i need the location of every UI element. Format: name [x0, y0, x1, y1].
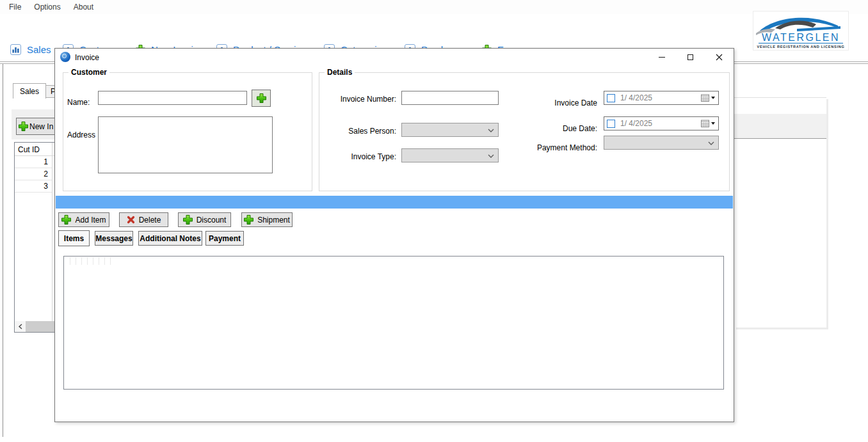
invoice-date-value: 1/ 4/2025 [620, 93, 652, 102]
scrollbar-thumb[interactable] [26, 321, 54, 332]
due-date-checkbox[interactable] [607, 120, 615, 128]
delete-button[interactable]: Delete [119, 212, 168, 227]
waterglen-logo: WATERGLEN VEHICLE REGISTRATION AND LICEN… [753, 11, 849, 51]
name-label: Name: [67, 98, 90, 107]
bg-right-panel [734, 97, 826, 328]
grid-column-divider [81, 257, 82, 265]
add-customer-button[interactable] [252, 90, 271, 107]
grid-column-divider [70, 257, 70, 265]
plus-icon [244, 215, 253, 225]
maximize-icon [687, 54, 693, 60]
details-legend: Details [325, 68, 355, 77]
invoice-number-label: Invoice Number: [319, 95, 396, 104]
invoice-type-dropdown[interactable] [401, 148, 499, 162]
discount-button[interactable]: Discount [178, 212, 231, 227]
tab-additional-notes-label: Additional Notes [140, 234, 200, 243]
close-button[interactable] [705, 49, 734, 65]
due-date-picker[interactable]: 1/ 4/2025 [604, 116, 719, 130]
bg-grid-row[interactable]: 3 [15, 180, 52, 193]
customer-legend: Customer [68, 68, 109, 77]
plus-icon [19, 122, 28, 131]
maximize-button[interactable] [676, 49, 705, 65]
grid-column-divider [99, 257, 99, 265]
invoice-items-grid[interactable] [63, 256, 724, 390]
menu-file[interactable]: File [3, 1, 28, 13]
bar-chart-icon [10, 44, 21, 55]
blue-divider-strip [56, 196, 733, 209]
minimize-button[interactable] [647, 49, 676, 65]
discount-label: Discount [197, 216, 227, 225]
tab-messages-label: Messages [95, 234, 132, 243]
due-date-label: Due Date: [508, 124, 597, 133]
plus-icon [257, 93, 266, 103]
grid-column-divider [104, 257, 105, 265]
menu-options[interactable]: Options [28, 1, 67, 13]
bg-grid-column-divider [52, 143, 52, 332]
bg-grid-row[interactable]: 1 [15, 156, 52, 168]
bg-right-panel-header-band [734, 114, 826, 139]
car-logo-graphic: WATERGLEN VEHICLE REGISTRATION AND LICEN… [753, 12, 848, 50]
tab-additional-notes[interactable]: Additional Notes [138, 231, 202, 246]
calendar-icon [701, 120, 709, 127]
shipment-label: Shipment [257, 216, 290, 225]
invoice-titlebar[interactable]: Invoice [55, 49, 734, 65]
invoice-window-title: Invoice [75, 53, 99, 62]
address-label: Address [67, 130, 95, 139]
bg-tab-sales[interactable]: Sales [13, 83, 46, 99]
tab-payment[interactable]: Payment [205, 231, 244, 246]
bg-new-invoice-label: New In [29, 122, 53, 131]
grid-column-divider [93, 257, 93, 265]
bg-grid-row[interactable]: 2 [15, 168, 52, 180]
plus-icon [183, 215, 193, 225]
chevron-down-icon [708, 141, 714, 145]
dropdown-arrow-icon [711, 122, 715, 125]
sales-person-label: Sales Person: [319, 127, 396, 136]
toolbar-sales-label: Sales [27, 44, 51, 55]
invoice-date-label: Invoice Date [508, 99, 597, 107]
invoice-number-input[interactable] [401, 91, 499, 105]
payment-method-dropdown[interactable] [604, 136, 719, 150]
minimize-icon [659, 57, 665, 58]
tab-payment-label: Payment [209, 234, 241, 243]
chevron-down-icon [488, 129, 494, 132]
toolbar-sales[interactable]: Sales [10, 42, 51, 56]
dropdown-arrow-icon [711, 97, 715, 99]
tab-items-label: Items [64, 234, 84, 243]
invoice-type-label: Invoice Type: [319, 152, 396, 161]
chevron-down-icon [488, 154, 494, 158]
sales-person-dropdown[interactable] [401, 123, 499, 137]
invoice-window: Invoice Customer Name: Address Details I… [54, 48, 734, 422]
calendar-icon [701, 94, 709, 102]
grid-column-divider [87, 257, 88, 265]
grid-column-divider [76, 257, 76, 265]
customer-groupbox: Customer Name: Address [63, 72, 312, 191]
bg-new-invoice-button[interactable]: New In [16, 118, 55, 135]
grid-column-divider [110, 257, 111, 265]
invoice-date-picker[interactable]: 1/ 4/2025 [604, 91, 719, 105]
plus-icon [61, 215, 71, 225]
close-icon [716, 54, 723, 61]
bg-horizontal-scrollbar[interactable] [15, 321, 54, 332]
logo-tagline: VEHICLE REGISTRATION AND LICENSING [757, 45, 845, 49]
add-item-label: Add Item [75, 216, 106, 225]
delete-label: Delete [139, 216, 161, 225]
due-date-value: 1/ 4/2025 [620, 119, 652, 128]
tab-messages[interactable]: Messages [95, 231, 133, 246]
tab-items[interactable]: Items [58, 230, 90, 246]
menu-about[interactable]: About [67, 1, 100, 13]
window-controls [647, 49, 734, 65]
shipment-button[interactable]: Shipment [241, 212, 293, 227]
customer-address-input[interactable] [98, 116, 273, 173]
background-window-left-border [3, 64, 3, 437]
details-groupbox: Details Invoice Number: Sales Person: In… [319, 72, 730, 191]
payment-method-label: Payment Method: [508, 143, 597, 152]
invoice-date-calendar-button[interactable] [701, 94, 718, 102]
bg-grid-header-cut-id[interactable]: Cut ID [15, 143, 54, 156]
invoice-app-icon [60, 52, 70, 62]
add-item-button[interactable]: Add Item [58, 212, 109, 227]
customer-name-input[interactable] [98, 91, 247, 105]
bg-sales-grid[interactable]: Cut ID 1 2 3 [14, 142, 55, 333]
scroll-left-arrow-icon[interactable] [15, 321, 26, 332]
invoice-date-checkbox[interactable] [607, 94, 615, 102]
due-date-calendar-button[interactable] [701, 120, 718, 127]
